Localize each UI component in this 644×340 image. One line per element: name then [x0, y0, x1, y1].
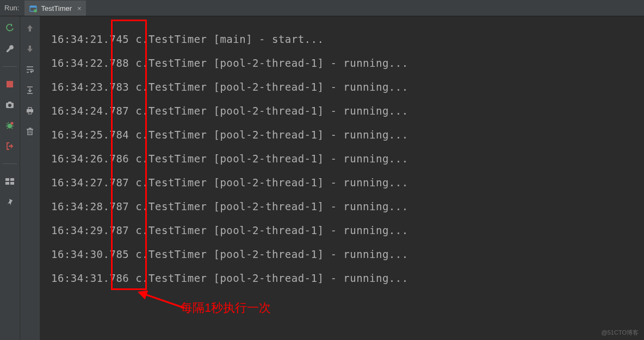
log-line: 16:34:29.787 c.TestTimer [pool-2-thread-… [51, 218, 644, 242]
soft-wrap-icon[interactable] [24, 64, 35, 75]
log-line: 16:34:26.786 c.TestTimer [pool-2-thread-… [51, 147, 644, 171]
tab-title: TestTimer [41, 4, 72, 12]
svg-rect-5 [8, 102, 11, 103]
run-tab[interactable]: TestTimer × [24, 1, 85, 16]
svg-rect-10 [10, 178, 14, 181]
svg-rect-3 [7, 81, 13, 87]
exit-icon[interactable] [4, 141, 15, 152]
log-line: 16:34:27.787 c.TestTimer [pool-2-thread-… [51, 171, 644, 194]
scroll-end-icon[interactable] [24, 85, 35, 96]
log-line: 16:34:30.785 c.TestTimer [pool-2-thread-… [51, 242, 644, 266]
print-icon[interactable] [24, 105, 35, 116]
log-line: 16:34:28.787 c.TestTimer [pool-2-thread-… [51, 194, 644, 218]
svg-rect-1 [30, 6, 36, 8]
svg-point-8 [11, 122, 14, 125]
svg-rect-11 [5, 182, 9, 185]
bug-icon[interactable] [4, 120, 15, 131]
svg-rect-12 [10, 182, 14, 185]
svg-rect-15 [28, 112, 32, 114]
svg-rect-14 [28, 108, 32, 110]
console-output[interactable]: 16:34:21.745 c.TestTimer [main] - start.… [40, 16, 644, 340]
pin-icon[interactable] [4, 197, 15, 207]
main-area: 16:34:21.745 c.TestTimer [main] - start.… [0, 16, 644, 340]
log-line: 16:34:31.786 c.TestTimer [pool-2-thread-… [51, 266, 644, 290]
log-line: 16:34:25.784 c.TestTimer [pool-2-thread-… [51, 123, 644, 147]
camera-icon[interactable] [4, 99, 15, 110]
log-line: 16:34:23.783 c.TestTimer [pool-2-thread-… [51, 75, 644, 99]
layout-icon[interactable] [4, 176, 15, 187]
run-config-icon [29, 4, 38, 13]
trash-icon[interactable] [24, 126, 35, 137]
rerun-icon[interactable] [4, 23, 15, 34]
annotation-arrow [138, 291, 187, 312]
svg-line-17 [144, 294, 184, 308]
close-icon[interactable]: × [77, 4, 82, 12]
stop-icon[interactable] [4, 79, 15, 90]
run-toolwindow-header: Run: TestTimer × [0, 0, 644, 16]
down-arrow-icon[interactable] [24, 43, 35, 54]
annotation-text: 每隔1秒执行一次 [181, 300, 271, 316]
console-action-gutter [20, 16, 40, 340]
up-arrow-icon[interactable] [24, 23, 35, 34]
svg-rect-9 [5, 178, 9, 181]
wrench-icon[interactable] [4, 43, 15, 54]
separator [3, 163, 17, 164]
svg-rect-16 [28, 129, 32, 135]
log-line: 16:34:21.745 c.TestTimer [main] - start.… [51, 27, 644, 51]
run-label: Run: [0, 4, 24, 12]
log-line: 16:34:22.788 c.TestTimer [pool-2-thread-… [51, 51, 644, 75]
svg-point-2 [34, 9, 37, 12]
left-action-gutter [0, 16, 20, 340]
separator [3, 66, 17, 67]
watermark: @51CTO博客 [602, 329, 639, 337]
log-line: 16:34:24.787 c.TestTimer [pool-2-thread-… [51, 99, 644, 123]
svg-point-6 [8, 104, 11, 107]
